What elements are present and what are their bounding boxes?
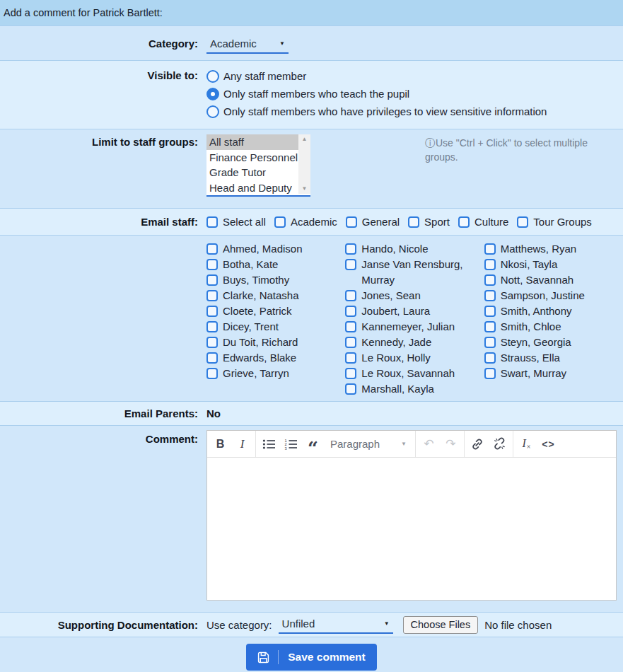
staff-member-checkbox[interactable]: Clarke, Natasha bbox=[206, 288, 345, 303]
staff-member-checkbox[interactable]: Ahmed, Madison bbox=[206, 241, 345, 257]
checkbox-icon[interactable] bbox=[206, 321, 218, 332]
save-comment-button[interactable]: Save comment bbox=[246, 644, 376, 671]
staff-group-option[interactable]: Grade Tutor bbox=[206, 165, 298, 180]
staff-group-option[interactable]: All staff bbox=[206, 134, 298, 150]
choose-files-button[interactable]: Choose Files bbox=[403, 616, 479, 634]
chevron-down-icon: ▼ bbox=[279, 40, 285, 47]
listbox-scrollbar[interactable]: ▲ ▼ bbox=[298, 134, 310, 194]
checkbox-icon[interactable] bbox=[484, 243, 496, 255]
checkbox-icon[interactable] bbox=[484, 290, 496, 301]
staff-member-checkbox[interactable]: Nkosi, Tayla bbox=[484, 257, 623, 272]
radio-icon[interactable] bbox=[206, 70, 219, 83]
checkbox-icon[interactable] bbox=[206, 243, 218, 255]
checkbox-icon[interactable] bbox=[345, 290, 356, 301]
checkbox-icon[interactable] bbox=[408, 216, 419, 228]
checkbox-icon[interactable] bbox=[517, 216, 528, 228]
email-group-checkbox[interactable]: Culture bbox=[458, 216, 508, 228]
clear-formatting-button[interactable]: I× bbox=[516, 432, 537, 456]
checkbox-icon[interactable] bbox=[484, 321, 496, 332]
checkbox-icon[interactable] bbox=[484, 306, 496, 317]
staff-member-checkbox[interactable]: Jones, Sean bbox=[345, 288, 484, 303]
unlink-button[interactable] bbox=[489, 432, 511, 456]
staff-member-checkbox[interactable]: Kannemeyer, Julian bbox=[345, 319, 484, 335]
staff-member-checkbox[interactable]: Janse Van Rensburg, Murray bbox=[345, 257, 484, 288]
checkbox-icon[interactable] bbox=[206, 337, 218, 348]
undo-button[interactable]: ↶ bbox=[418, 432, 440, 456]
italic-button[interactable]: I bbox=[231, 432, 253, 456]
staff-groups-listbox[interactable]: All staffFinance PersonnelGrade TutorHea… bbox=[206, 134, 310, 197]
checkbox-icon[interactable] bbox=[345, 259, 356, 270]
checkbox-icon[interactable] bbox=[345, 243, 356, 255]
staff-member-checkbox[interactable]: Smith, Chloe bbox=[484, 319, 623, 335]
checkbox-icon[interactable] bbox=[206, 274, 218, 286]
checkbox-icon[interactable] bbox=[346, 216, 357, 228]
checkbox-icon[interactable] bbox=[206, 306, 218, 317]
staff-member-checkbox[interactable]: Strauss, Ella bbox=[484, 350, 623, 366]
staff-member-checkbox[interactable]: Grieve, Tarryn bbox=[206, 366, 345, 381]
staff-member-checkbox[interactable]: Botha, Kate bbox=[206, 257, 345, 272]
checkbox-icon[interactable] bbox=[345, 306, 356, 317]
staff-column: Hando, NicoleJanse Van Rensburg, MurrayJ… bbox=[345, 241, 484, 397]
checkbox-icon[interactable] bbox=[206, 352, 218, 364]
scroll-down-icon[interactable]: ▼ bbox=[302, 185, 308, 192]
staff-group-option[interactable]: Finance Personnel bbox=[206, 150, 298, 166]
visible-to-option[interactable]: Any staff member bbox=[206, 67, 623, 85]
staff-member-checkbox[interactable]: Joubert, Laura bbox=[345, 303, 484, 319]
checkbox-icon[interactable] bbox=[345, 321, 356, 332]
staff-member-checkbox[interactable]: Dicey, Trent bbox=[206, 319, 345, 335]
checkbox-icon[interactable] bbox=[345, 383, 356, 395]
numbered-list-icon: 123 bbox=[284, 439, 298, 450]
redo-button[interactable]: ↷ bbox=[440, 432, 462, 456]
staff-member-checkbox[interactable]: Le Roux, Savannah bbox=[345, 366, 484, 381]
staff-member-checkbox[interactable]: Edwards, Blake bbox=[206, 350, 345, 366]
checkbox-icon[interactable] bbox=[206, 216, 218, 228]
checkbox-icon[interactable] bbox=[206, 290, 218, 301]
radio-icon[interactable] bbox=[206, 88, 219, 100]
visible-to-option[interactable]: Only staff members who teach the pupil bbox=[206, 85, 623, 103]
staff-member-checkbox[interactable]: Matthews, Ryan bbox=[484, 241, 623, 257]
checkbox-icon[interactable] bbox=[345, 352, 356, 364]
checkbox-icon[interactable] bbox=[484, 274, 496, 286]
file-category-select[interactable]: Unfiled ▼ bbox=[279, 616, 393, 634]
comment-text-area[interactable] bbox=[207, 458, 616, 600]
checkbox-icon[interactable] bbox=[458, 216, 470, 228]
checkbox-icon[interactable] bbox=[345, 337, 356, 348]
category-select[interactable]: Academic ▼ bbox=[206, 36, 289, 54]
staff-member-checkbox[interactable]: Hando, Nicole bbox=[345, 241, 484, 257]
staff-member-checkbox[interactable]: Smith, Anthony bbox=[484, 303, 623, 319]
checkbox-icon[interactable] bbox=[206, 368, 218, 379]
scroll-up-icon[interactable]: ▲ bbox=[302, 136, 308, 143]
staff-member-checkbox[interactable]: Nott, Savannah bbox=[484, 272, 623, 288]
staff-member-checkbox[interactable]: Kennedy, Jade bbox=[345, 335, 484, 350]
staff-group-option[interactable]: Head and Deputy bbox=[206, 180, 298, 196]
checkbox-icon[interactable] bbox=[484, 368, 496, 379]
staff-member-checkbox[interactable]: Cloete, Patrick bbox=[206, 303, 345, 319]
bold-button[interactable]: B bbox=[209, 432, 231, 456]
radio-icon[interactable] bbox=[206, 105, 219, 118]
staff-member-checkbox[interactable]: Le Roux, Holly bbox=[345, 350, 484, 366]
staff-member-checkbox[interactable]: Sampson, Justine bbox=[484, 288, 623, 303]
email-group-checkbox[interactable]: Academic bbox=[274, 216, 337, 228]
checkbox-icon[interactable] bbox=[206, 259, 218, 270]
link-button[interactable] bbox=[467, 432, 489, 456]
source-code-button[interactable]: <> bbox=[537, 432, 559, 456]
bullet-list-button[interactable] bbox=[258, 432, 280, 456]
paragraph-format-select[interactable]: Paragraph ▼ bbox=[324, 438, 413, 450]
checkbox-icon[interactable] bbox=[484, 337, 496, 348]
blockquote-button[interactable]: “ bbox=[302, 432, 324, 456]
checkbox-icon[interactable] bbox=[484, 259, 496, 270]
checkbox-icon[interactable] bbox=[274, 216, 286, 228]
staff-member-checkbox[interactable]: Buys, Timothy bbox=[206, 272, 345, 288]
email-group-checkbox[interactable]: Tour Groups bbox=[517, 216, 592, 228]
checkbox-icon[interactable] bbox=[484, 352, 496, 364]
email-group-checkbox[interactable]: Select all bbox=[206, 216, 266, 228]
email-group-checkbox[interactable]: Sport bbox=[408, 216, 450, 228]
numbered-list-button[interactable]: 123 bbox=[280, 432, 302, 456]
staff-member-checkbox[interactable]: Swart, Murray bbox=[484, 366, 623, 381]
checkbox-icon[interactable] bbox=[345, 368, 356, 379]
visible-to-option[interactable]: Only staff members who have privileges t… bbox=[206, 103, 623, 120]
email-group-checkbox[interactable]: General bbox=[346, 216, 400, 228]
staff-member-checkbox[interactable]: Marshall, Kayla bbox=[345, 381, 484, 397]
staff-member-checkbox[interactable]: Steyn, Georgia bbox=[484, 335, 623, 350]
staff-member-checkbox[interactable]: Du Toit, Richard bbox=[206, 335, 345, 350]
